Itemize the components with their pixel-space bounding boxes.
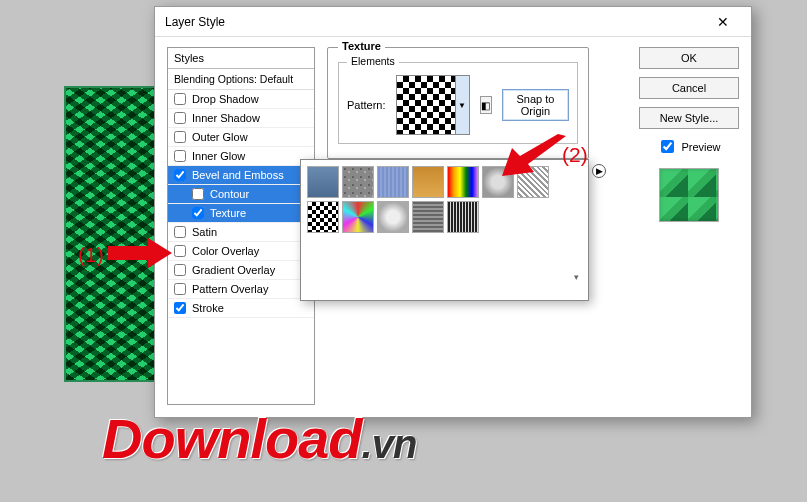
pattern-swatch[interactable] xyxy=(396,75,456,135)
close-button[interactable]: ✕ xyxy=(703,8,743,36)
document-preview xyxy=(64,86,158,382)
style-label: Inner Shadow xyxy=(192,112,260,124)
pattern-swatch-7[interactable] xyxy=(307,201,339,233)
style-checkbox[interactable] xyxy=(174,112,186,124)
style-checkbox[interactable] xyxy=(174,302,186,314)
style-checkbox[interactable] xyxy=(174,131,186,143)
style-label: Contour xyxy=(210,188,249,200)
style-row-inner-glow[interactable]: Inner Glow xyxy=(168,147,314,166)
style-row-pattern-overlay[interactable]: Pattern Overlay xyxy=(168,280,314,299)
styles-header[interactable]: Styles xyxy=(168,48,314,69)
style-label: Color Overlay xyxy=(192,245,259,257)
dialog-titlebar: Layer Style ✕ xyxy=(155,7,751,37)
style-checkbox[interactable] xyxy=(174,169,186,181)
preview-checkbox[interactable] xyxy=(661,140,674,153)
pattern-dropdown-caret[interactable]: ▼ xyxy=(456,75,470,135)
style-label: Stroke xyxy=(192,302,224,314)
style-row-inner-shadow[interactable]: Inner Shadow xyxy=(168,109,314,128)
new-preset-button[interactable]: ◧ xyxy=(480,96,492,114)
ok-button[interactable]: OK xyxy=(639,47,739,69)
texture-legend: Texture xyxy=(338,40,385,52)
picker-menu-icon[interactable]: ▶ xyxy=(592,164,606,178)
pattern-swatch-4[interactable] xyxy=(447,166,479,198)
pattern-swatch-1[interactable] xyxy=(342,166,374,198)
pattern-picker-popup: ▶ ▾ xyxy=(300,159,589,301)
style-label: Bevel and Emboss xyxy=(192,169,284,181)
new-style-button[interactable]: New Style... xyxy=(639,107,739,129)
snap-to-origin-button[interactable]: Snap to Origin xyxy=(502,89,569,121)
style-row-gradient-overlay[interactable]: Gradient Overlay xyxy=(168,261,314,280)
options-panel: Texture Elements Pattern: ▼ ◧ Snap to Or… xyxy=(327,47,627,405)
pattern-swatch-6[interactable] xyxy=(517,166,549,198)
style-row-color-overlay[interactable]: Color Overlay xyxy=(168,242,314,261)
style-checkbox[interactable] xyxy=(192,207,204,219)
pattern-swatch-2[interactable] xyxy=(377,166,409,198)
style-checkbox[interactable] xyxy=(174,283,186,295)
style-label: Outer Glow xyxy=(192,131,248,143)
preview-checkbox-row[interactable]: Preview xyxy=(639,137,739,156)
scroll-down-icon[interactable]: ▾ xyxy=(574,272,584,282)
cancel-button[interactable]: Cancel xyxy=(639,77,739,99)
styles-panel: Styles Blending Options: Default Drop Sh… xyxy=(167,47,315,405)
pattern-label: Pattern: xyxy=(347,99,386,111)
style-row-drop-shadow[interactable]: Drop Shadow xyxy=(168,90,314,109)
style-label: Inner Glow xyxy=(192,150,245,162)
elements-legend: Elements xyxy=(347,55,399,67)
style-checkbox[interactable] xyxy=(174,245,186,257)
pattern-swatch-9[interactable] xyxy=(377,201,409,233)
style-label: Texture xyxy=(210,207,246,219)
style-row-contour[interactable]: Contour xyxy=(168,185,314,204)
style-row-outer-glow[interactable]: Outer Glow xyxy=(168,128,314,147)
style-row-texture[interactable]: Texture xyxy=(168,204,314,223)
style-row-bevel-and-emboss[interactable]: Bevel and Emboss xyxy=(168,166,314,185)
style-row-stroke[interactable]: Stroke xyxy=(168,299,314,318)
style-label: Gradient Overlay xyxy=(192,264,275,276)
style-label: Pattern Overlay xyxy=(192,283,268,295)
pattern-swatch-5[interactable] xyxy=(482,166,514,198)
layer-style-dialog: Layer Style ✕ Styles Blending Options: D… xyxy=(154,6,752,418)
style-row-satin[interactable]: Satin xyxy=(168,223,314,242)
pattern-swatch-11[interactable] xyxy=(447,201,479,233)
style-label: Satin xyxy=(192,226,217,238)
dialog-title: Layer Style xyxy=(165,15,703,29)
pattern-swatch-10[interactable] xyxy=(412,201,444,233)
style-checkbox[interactable] xyxy=(174,264,186,276)
pattern-swatch-8[interactable] xyxy=(342,201,374,233)
preview-thumbnail xyxy=(659,168,719,222)
style-label: Drop Shadow xyxy=(192,93,259,105)
style-checkbox[interactable] xyxy=(192,188,204,200)
style-checkbox[interactable] xyxy=(174,226,186,238)
pattern-swatch-0[interactable] xyxy=(307,166,339,198)
style-checkbox[interactable] xyxy=(174,93,186,105)
blending-options-header[interactable]: Blending Options: Default xyxy=(168,69,314,90)
pattern-swatch-3[interactable] xyxy=(412,166,444,198)
style-checkbox[interactable] xyxy=(174,150,186,162)
right-button-panel: OK Cancel New Style... Preview xyxy=(639,47,739,405)
preview-label: Preview xyxy=(681,141,720,153)
